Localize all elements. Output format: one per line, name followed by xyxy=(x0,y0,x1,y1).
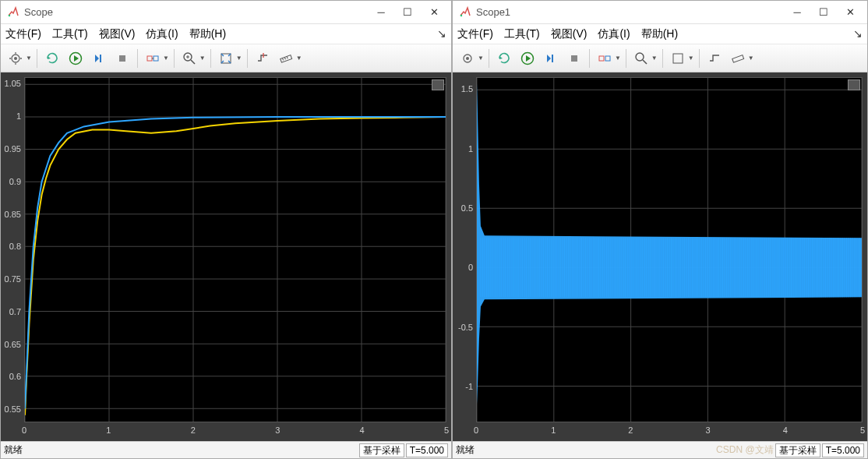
trigger-button[interactable] xyxy=(704,48,725,69)
svg-rect-44 xyxy=(571,55,577,62)
x-axis: 012345 xyxy=(476,424,863,440)
matlab-icon xyxy=(7,6,19,19)
menubar: 文件(F) 工具(T) 视图(V) 仿真(I) 帮助(H) ↘ xyxy=(453,24,867,44)
menu-help[interactable]: 帮助(H) xyxy=(189,27,226,41)
menu-view[interactable]: 视图(V) xyxy=(551,27,587,41)
svg-rect-8 xyxy=(100,55,101,62)
svg-rect-46 xyxy=(605,56,610,61)
stop-button[interactable] xyxy=(111,48,133,69)
measure-button[interactable] xyxy=(275,48,297,69)
svg-point-39 xyxy=(460,14,462,16)
svg-line-19 xyxy=(282,58,283,60)
dropdown-icon[interactable]: ▼ xyxy=(236,55,242,62)
dropdown-icon[interactable]: ▼ xyxy=(296,55,302,62)
svg-line-20 xyxy=(284,57,285,59)
time-field: T=5.000 xyxy=(406,443,448,457)
zoom-button[interactable] xyxy=(630,48,652,69)
window-title: Scope1 xyxy=(476,6,510,18)
svg-rect-50 xyxy=(732,55,743,62)
status-text: 就绪 xyxy=(4,443,23,457)
svg-line-48 xyxy=(643,60,647,64)
maximize-button[interactable]: ☐ xyxy=(397,2,418,23)
step-button[interactable] xyxy=(88,48,110,69)
titlebar: Scope1 ─ ☐ ✕ xyxy=(453,1,867,24)
plot-area: -1-0.500.511.5 012345 xyxy=(453,72,867,441)
toolbar: ▼ ▼ ▼ ▼ ▼ xyxy=(453,44,867,72)
y-axis: -1-0.500.511.5 xyxy=(453,77,476,422)
svg-point-0 xyxy=(9,14,10,16)
dropdown-icon[interactable]: ▼ xyxy=(478,55,484,62)
plot-area: 0.550.60.650.70.750.80.850.90.9511.05 01… xyxy=(1,72,451,441)
menu-file[interactable]: 文件(F) xyxy=(457,27,493,41)
svg-rect-9 xyxy=(119,55,125,62)
dock-icon[interactable]: ↘ xyxy=(437,27,446,40)
highlight-button[interactable] xyxy=(142,48,164,69)
menu-tools[interactable]: 工具(T) xyxy=(504,27,540,41)
autoscale-button[interactable] xyxy=(215,48,237,69)
menu-sim[interactable]: 仿真(I) xyxy=(598,27,630,41)
matlab-icon xyxy=(459,6,471,19)
dropdown-icon[interactable]: ▼ xyxy=(163,55,169,62)
menu-tools[interactable]: 工具(T) xyxy=(52,27,88,41)
status-text: 就绪 xyxy=(456,443,475,457)
highlight-button[interactable] xyxy=(594,48,616,69)
trigger-button[interactable] xyxy=(252,48,273,69)
dropdown-icon[interactable]: ▼ xyxy=(26,55,32,62)
run-button[interactable] xyxy=(517,48,538,69)
svg-rect-11 xyxy=(153,56,158,61)
svg-point-47 xyxy=(636,53,644,61)
dropdown-icon[interactable]: ▼ xyxy=(615,55,621,62)
y-axis: 0.550.60.650.70.750.80.850.90.9511.05 xyxy=(1,77,24,422)
window-title: Scope xyxy=(24,6,53,18)
maximize-button[interactable]: ☐ xyxy=(813,2,834,23)
minimize-button[interactable]: ─ xyxy=(370,2,392,23)
watermark-text: CSDN @文靖 xyxy=(716,443,774,457)
dropdown-icon[interactable]: ▼ xyxy=(748,55,754,62)
svg-rect-43 xyxy=(552,55,553,62)
svg-rect-49 xyxy=(673,54,683,63)
toolbar: ▼ ▼ ▼ ▼ ▼ xyxy=(1,44,451,72)
svg-line-21 xyxy=(287,56,288,58)
statusbar: 就绪 CSDN @文靖 基于采样 T=5.000 xyxy=(453,441,867,458)
plot-canvas[interactable] xyxy=(476,77,863,422)
x-axis: 012345 xyxy=(24,424,446,440)
menu-file[interactable]: 文件(F) xyxy=(5,27,41,41)
minimize-button[interactable]: ─ xyxy=(786,2,808,23)
step-button[interactable] xyxy=(540,48,562,69)
titlebar: Scope ─ ☐ ✕ xyxy=(1,1,451,24)
restart-button[interactable] xyxy=(41,48,63,69)
dropdown-icon[interactable]: ▼ xyxy=(651,55,658,62)
stop-button[interactable] xyxy=(563,48,585,69)
close-button[interactable]: ✕ xyxy=(839,2,861,23)
menu-view[interactable]: 视图(V) xyxy=(99,27,136,41)
scope-window: Scope1 ─ ☐ ✕ 文件(F) 工具(T) 视图(V) 仿真(I) 帮助(… xyxy=(452,0,868,459)
legend-toggle-icon[interactable] xyxy=(432,79,444,90)
svg-rect-18 xyxy=(280,55,291,62)
dropdown-icon[interactable]: ▼ xyxy=(199,55,206,62)
legend-toggle-icon[interactable] xyxy=(848,79,860,90)
measure-button[interactable] xyxy=(727,48,749,69)
settings-button[interactable] xyxy=(5,48,26,69)
svg-rect-10 xyxy=(147,56,152,61)
svg-point-41 xyxy=(466,57,469,60)
plot-canvas[interactable] xyxy=(24,77,446,422)
scope-window: Scope ─ ☐ ✕ 文件(F) 工具(T) 视图(V) 仿真(I) 帮助(H… xyxy=(0,0,452,459)
zoom-button[interactable] xyxy=(178,48,200,69)
svg-point-2 xyxy=(14,57,17,60)
close-button[interactable]: ✕ xyxy=(423,2,445,23)
sampling-field: 基于采样 xyxy=(359,443,404,457)
dock-icon[interactable]: ↘ xyxy=(853,27,863,40)
menu-sim[interactable]: 仿真(I) xyxy=(146,27,178,41)
time-field: T=5.000 xyxy=(822,443,864,457)
settings-button[interactable] xyxy=(457,48,478,69)
svg-line-14 xyxy=(191,60,195,64)
dropdown-icon[interactable]: ▼ xyxy=(688,55,694,62)
run-button[interactable] xyxy=(65,48,86,69)
restart-button[interactable] xyxy=(493,48,515,69)
statusbar: 就绪 基于采样 T=5.000 xyxy=(1,441,451,458)
menu-help[interactable]: 帮助(H) xyxy=(641,27,678,41)
svg-rect-45 xyxy=(599,56,604,61)
sampling-field: 基于采样 xyxy=(775,443,820,457)
menubar: 文件(F) 工具(T) 视图(V) 仿真(I) 帮助(H) ↘ xyxy=(1,24,451,44)
autoscale-button[interactable] xyxy=(667,48,689,69)
